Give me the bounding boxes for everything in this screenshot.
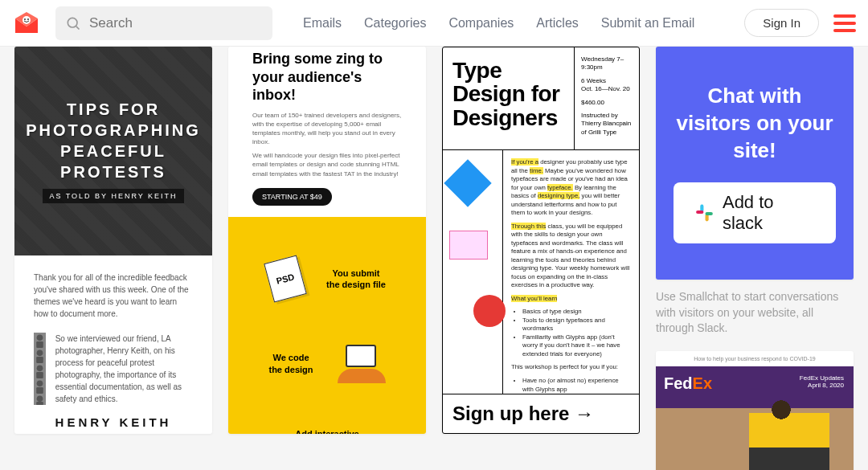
email-grid: TIPS FOR PHOTOGRAPHING PEACEFUL PROTESTS… (0, 47, 868, 470)
nav-articles[interactable]: Articles (536, 16, 578, 31)
card-hero: FedEx FedEx UpdatesApril 8, 2020 (656, 366, 854, 470)
nav-companies[interactable]: Companies (448, 16, 514, 31)
card-body: If you're a designer you probably use ty… (443, 150, 639, 394)
hero-date: FedEx UpdatesApril 8, 2020 (800, 374, 844, 389)
card-title: Type Design for Designers (443, 47, 575, 149)
step-label: We codethe design (268, 352, 313, 375)
svg-point-2 (27, 18, 29, 20)
card-hero: TIPS FOR PHOTOGRAPHING PEACEFUL PROTESTS… (14, 47, 212, 255)
card-illustration: PSD You submitthe design file We codethe… (228, 217, 426, 434)
add-to-slack-button: Add to slack (674, 182, 836, 243)
slack-icon (694, 202, 714, 223)
email-card-zing[interactable]: Bring some zing to your audience's inbox… (228, 47, 426, 434)
email-card-typeclass[interactable]: Type Design for Designers Wednesday 7–9:… (442, 47, 640, 434)
menu-icon[interactable] (833, 14, 856, 32)
search-input[interactable] (89, 15, 263, 31)
site-logo[interactable] (12, 9, 41, 38)
card-body: Thank you for all of the incredible feed… (14, 255, 212, 421)
nav-categories[interactable]: Categories (364, 16, 426, 31)
fedex-logo: FedEx (664, 374, 712, 393)
desk-icon (338, 345, 386, 383)
card-caption: Use Smallchat to start conversations wit… (656, 280, 854, 351)
shapes-illustration (443, 150, 503, 394)
signin-button[interactable]: Sign In (744, 9, 819, 37)
search-box[interactable] (55, 6, 272, 40)
card-footer-name: HENRY KEITH (14, 415, 212, 429)
preheader: How to help your business respond to COV… (656, 351, 854, 366)
card-subtitle: AS TOLD BY HENRY KEITH (43, 189, 183, 203)
svg-point-1 (24, 18, 26, 20)
main-nav: Emails Categories Companies Articles Sub… (303, 16, 694, 31)
step-label: You submitthe design file (326, 268, 386, 291)
site-header: Emails Categories Companies Articles Sub… (0, 0, 868, 47)
author-avatar (34, 333, 46, 405)
psd-icon: PSD (264, 255, 307, 303)
email-card-protest[interactable]: TIPS FOR PHOTOGRAPHING PEACEFUL PROTESTS… (14, 47, 212, 434)
nav-submit[interactable]: Submit an Email (601, 16, 695, 31)
search-icon (65, 15, 81, 31)
signup-link: Sign up here → (443, 394, 639, 433)
card-header: Type Design for Designers Wednesday 7–9:… (443, 47, 639, 150)
svg-point-3 (68, 18, 77, 27)
cta-pill: STARTING AT $49 (252, 188, 332, 206)
email-card-fedex[interactable]: How to help your business respond to COV… (656, 351, 854, 470)
step-label: Add interactive (295, 428, 358, 434)
nav-emails[interactable]: Emails (303, 16, 342, 31)
email-card-smallchat[interactable]: Chat with visitors on your site! Add to … (656, 47, 854, 280)
svg-point-0 (23, 16, 31, 24)
hero-photo (749, 394, 829, 470)
svg-line-4 (76, 26, 80, 29)
card-meta: Wednesday 7–9:30pm 6 WeeksOct. 16—Nov. 2… (575, 47, 639, 149)
card-body: Bring some zing to your audience's inbox… (228, 47, 426, 217)
card-headline: Chat with visitors on your site! (674, 83, 836, 164)
